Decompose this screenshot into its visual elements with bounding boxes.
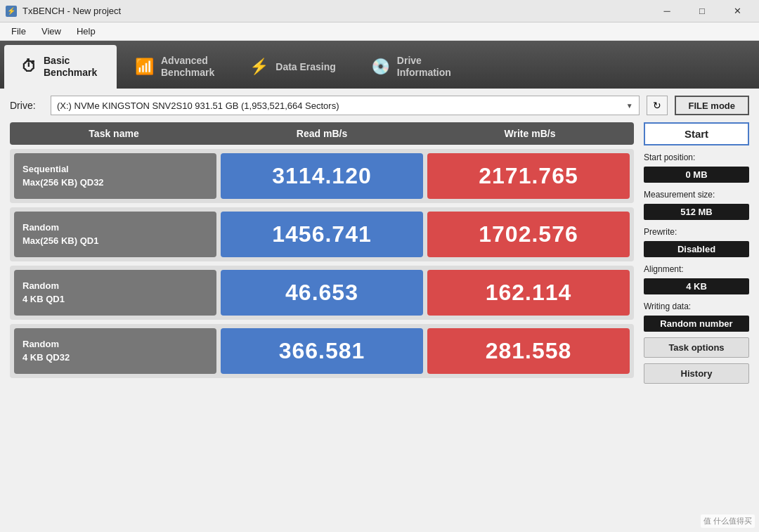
col-header-task: Task name	[10, 128, 218, 139]
table-row: Random 4 KB QD32 366.581 281.558	[10, 324, 634, 378]
write-value-random-4kb-qd1: 162.114	[427, 270, 630, 316]
maximize-button[interactable]: □	[686, 1, 718, 22]
refresh-icon: ↻	[653, 100, 661, 111]
menu-bar: File View Help	[0, 22, 759, 41]
write-value-sequential-max-256kb-qd32: 2171.765	[427, 153, 630, 199]
tab-advanced-benchmark[interactable]: 📶 AdvancedBenchmark	[118, 45, 231, 89]
benchmark-area: Task name Read mB/s Write mB/s Sequentia…	[10, 122, 749, 525]
menu-help[interactable]: Help	[70, 24, 103, 39]
title-bar-controls: ─ □ ✕	[651, 1, 753, 22]
write-value-random-max-256kb-qd1: 1702.576	[427, 212, 630, 257]
tab-bar: ⏱ BasicBenchmark 📶 AdvancedBenchmark ⚡ D…	[0, 41, 759, 89]
menu-view[interactable]: View	[34, 24, 68, 39]
right-panel: Start Start position: 0 MB Measurement s…	[644, 122, 749, 525]
read-value-sequential-max-256kb-qd32: 3114.120	[221, 153, 423, 199]
read-value-random-4kb-qd32: 366.581	[221, 328, 423, 374]
history-button[interactable]: History	[644, 363, 749, 384]
tab-drive-information[interactable]: 💿 DriveInformation	[354, 45, 468, 89]
read-value-random-max-256kb-qd1: 1456.741	[221, 212, 423, 257]
col-header-read: Read mB/s	[218, 128, 426, 139]
drive-label: Drive:	[10, 100, 44, 111]
tab-drive-information-label: DriveInformation	[397, 55, 451, 79]
tab-data-erasing[interactable]: ⚡ Data Erasing	[233, 45, 353, 89]
read-value-random-4kb-qd1: 46.653	[221, 270, 423, 316]
table-row: Sequential Max(256 KB) QD32 3114.120 217…	[10, 149, 634, 203]
task-options-button[interactable]: Task options	[644, 337, 749, 358]
basic-benchmark-icon: ⏱	[21, 58, 37, 76]
drive-selector[interactable]: (X:) NVMe KINGSTON SNV2S10 931.51 GB (1,…	[51, 96, 640, 115]
task-name-random-4kb-qd32: Random 4 KB QD32	[14, 328, 216, 373]
close-button[interactable]: ✕	[721, 1, 753, 22]
file-mode-button[interactable]: FILE mode	[675, 96, 749, 115]
data-erasing-icon: ⚡	[249, 58, 268, 76]
minimize-button[interactable]: ─	[651, 1, 683, 22]
benchmark-table: Task name Read mB/s Write mB/s Sequentia…	[10, 122, 634, 525]
watermark: 值 什么值得买	[701, 514, 755, 528]
tab-basic-benchmark[interactable]: ⏱ BasicBenchmark	[4, 45, 117, 89]
title-bar: ⚡ TxBENCH - New project ─ □ ✕	[0, 0, 759, 22]
tab-basic-benchmark-label: BasicBenchmark	[44, 55, 97, 79]
tab-data-erasing-label: Data Erasing	[275, 61, 336, 73]
measurement-size-value: 512 MB	[644, 204, 749, 220]
task-name-random-4kb-qd1: Random 4 KB QD1	[14, 270, 216, 315]
table-row: Random 4 KB QD1 46.653 162.114	[10, 266, 634, 320]
advanced-benchmark-icon: 📶	[135, 58, 154, 76]
menu-file[interactable]: File	[4, 24, 33, 39]
start-button[interactable]: Start	[644, 122, 749, 145]
table-header: Task name Read mB/s Write mB/s	[10, 122, 634, 145]
drive-row: Drive: (X:) NVMe KINGSTON SNV2S10 931.51…	[10, 96, 749, 115]
title-bar-left: ⚡ TxBENCH - New project	[6, 6, 121, 17]
refresh-button[interactable]: ↻	[647, 96, 668, 115]
writing-data-label: Writing data:	[644, 301, 749, 311]
drive-information-icon: 💿	[371, 58, 390, 76]
prewrite-label: Prewrite:	[644, 227, 749, 237]
col-header-write: Write mB/s	[426, 128, 634, 139]
write-value-random-4kb-qd32: 281.558	[427, 328, 630, 374]
drive-value: (X:) NVMe KINGSTON SNV2S10 931.51 GB (1,…	[57, 100, 339, 111]
main-content: Drive: (X:) NVMe KINGSTON SNV2S10 931.51…	[0, 89, 759, 532]
window-title: TxBENCH - New project	[22, 6, 121, 16]
alignment-value: 4 KB	[644, 278, 749, 294]
writing-data-value: Random number	[644, 316, 749, 332]
prewrite-value: Disabled	[644, 241, 749, 257]
start-position-label: Start position:	[644, 153, 749, 162]
task-name-sequential-max-256kb-qd32: Sequential Max(256 KB) QD32	[14, 153, 216, 198]
table-row: Random Max(256 KB) QD1 1456.741 1702.576	[10, 207, 634, 261]
app-icon: ⚡	[6, 6, 17, 17]
alignment-label: Alignment:	[644, 264, 749, 274]
chevron-down-icon: ▼	[626, 102, 633, 110]
measurement-size-label: Measurement size:	[644, 190, 749, 200]
tab-advanced-benchmark-label: AdvancedBenchmark	[161, 55, 214, 79]
task-name-random-max-256kb-qd1: Random Max(256 KB) QD1	[14, 212, 216, 257]
start-position-value: 0 MB	[644, 167, 749, 183]
